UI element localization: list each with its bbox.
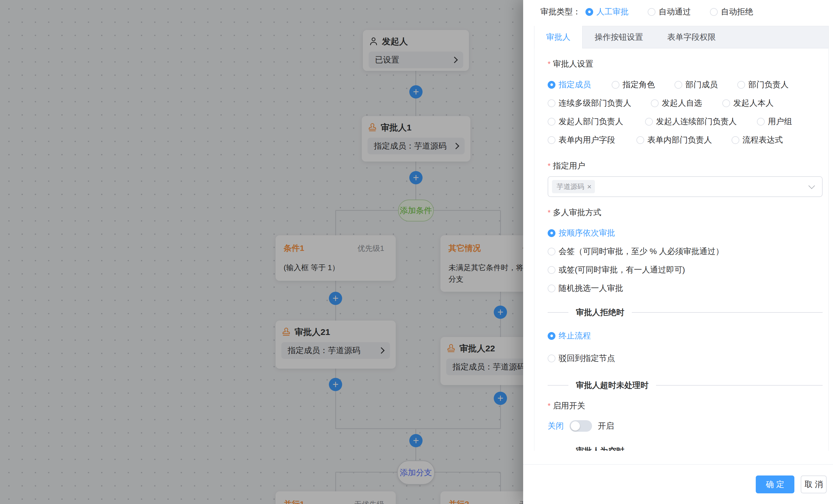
- approve-type-label: 审批类型：: [541, 6, 581, 17]
- radio-random-one[interactable]: 随机挑选一人审批: [548, 282, 823, 294]
- empty-approver-section-divider: 审批人为空时: [548, 446, 823, 451]
- radio-icon: [637, 136, 644, 144]
- radio-return-to-node[interactable]: 驳回到指定节点: [548, 353, 823, 364]
- assign-user-label: * 指定用户: [548, 161, 823, 171]
- switch-on-label: 开启: [598, 421, 614, 431]
- radio-icon: [548, 136, 555, 144]
- tab-form-field-permission[interactable]: 表单字段权限: [655, 26, 728, 48]
- reject-section-divider: 审批人拒绝时: [548, 307, 823, 318]
- switch-off-label: 关闭: [548, 421, 564, 431]
- switch-knob: [571, 421, 580, 431]
- approver-setting-row: 表单内用户字段 表单内部门负责人 流程表达式: [548, 134, 823, 146]
- approver-settings-drawer: 审批类型： 人工审批 自动通过 自动拒绝 审批人 操作按钮设置 表单字段权限 *…: [523, 0, 833, 504]
- drawer-footer: 确 定 取 消: [523, 464, 833, 504]
- radio-orsign[interactable]: 或签(可同时审批，有一人通过即可): [548, 264, 823, 276]
- radio-icon: [548, 266, 555, 274]
- user-tag-text: 芋道源码: [556, 182, 584, 191]
- approve-type-row: 审批类型： 人工审批 自动通过 自动拒绝: [541, 0, 772, 24]
- radio-icon: [757, 118, 765, 126]
- radio-icon: [586, 8, 593, 16]
- radio-icon: [548, 332, 555, 340]
- radio-auto-reject[interactable]: 自动拒绝: [710, 6, 753, 17]
- timeout-enable-switch[interactable]: [570, 420, 592, 432]
- radio-icon: [648, 8, 656, 16]
- approver-setting-label: * 审批人设置: [548, 59, 823, 69]
- cancel-button[interactable]: 取 消: [801, 476, 827, 493]
- radio-form-dept-leader[interactable]: 表单内部门负责人: [637, 134, 732, 146]
- radio-auto-approve[interactable]: 自动通过: [648, 6, 691, 17]
- radio-flow-expression[interactable]: 流程表达式: [732, 134, 823, 146]
- radio-dept-member[interactable]: 部门成员: [674, 79, 737, 90]
- radio-assign-member[interactable]: 指定成员: [548, 79, 612, 90]
- radio-icon: [722, 99, 730, 107]
- confirm-button[interactable]: 确 定: [756, 476, 794, 493]
- approver-setting-row: 指定成员 指定角色 部门成员 部门负责人: [548, 79, 823, 91]
- approver-setting-row: 发起人部门负责人 发起人连续部门负责人 用户组: [548, 116, 823, 127]
- enable-switch-label: * 启用开关: [548, 401, 823, 411]
- tab-approver[interactable]: 审批人: [534, 26, 582, 48]
- approver-setting-row: 连续多级部门负责人 发起人自选 发起人本人: [548, 97, 823, 109]
- chevron-down-icon: [809, 183, 815, 189]
- radio-starter-self[interactable]: 发起人本人: [722, 98, 823, 108]
- radio-icon: [548, 229, 555, 237]
- radio-dept-leader[interactable]: 部门负责人: [737, 79, 823, 90]
- tab-button-settings[interactable]: 操作按钮设置: [582, 26, 655, 48]
- timeout-section-divider: 审批人超时未处理时: [548, 380, 823, 390]
- radio-icon: [548, 355, 555, 362]
- radio-icon: [674, 81, 682, 89]
- tag-close-icon[interactable]: ×: [587, 183, 592, 191]
- radio-icon: [548, 284, 555, 292]
- radio-form-user-field[interactable]: 表单内用户字段: [548, 134, 637, 146]
- radio-manual-approve[interactable]: 人工审批: [586, 6, 629, 17]
- radio-multi-level-dept-leader[interactable]: 连续多级部门负责人: [548, 98, 651, 108]
- radio-icon: [548, 81, 555, 89]
- radio-user-group[interactable]: 用户组: [757, 116, 823, 127]
- tab-content-approver: * 审批人设置 指定成员 指定角色 部门成员 部门负责人: [534, 48, 829, 451]
- radio-terminate-flow[interactable]: 终止流程: [548, 330, 823, 342]
- radio-icon: [612, 81, 619, 89]
- radio-icon: [645, 118, 653, 126]
- radio-starter-select[interactable]: 发起人自选: [651, 98, 722, 108]
- radio-icon: [548, 118, 555, 126]
- timeout-switch-row: 关闭 开启: [548, 419, 823, 433]
- radio-icon: [732, 136, 739, 144]
- radio-sequential-approve[interactable]: 按顺序依次审批: [548, 227, 823, 239]
- assign-user-select[interactable]: 芋道源码 ×: [548, 176, 823, 197]
- radio-assign-role[interactable]: 指定角色: [612, 79, 674, 90]
- radio-icon: [710, 8, 718, 16]
- radio-icon: [651, 99, 659, 107]
- multi-mode-label: * 多人审批方式: [548, 207, 823, 218]
- radio-icon: [737, 81, 745, 89]
- radio-starter-dept-leader[interactable]: 发起人部门负责人: [548, 116, 645, 127]
- radio-icon: [548, 248, 555, 255]
- settings-tabs: 审批人 操作按钮设置 表单字段权限: [534, 26, 829, 48]
- radio-countersign[interactable]: 会签（可同时审批，至少 % 人必须审批通过）: [548, 246, 823, 257]
- user-tag: 芋道源码 ×: [552, 180, 595, 193]
- radio-icon: [548, 99, 555, 107]
- radio-starter-multi-dept-leader[interactable]: 发起人连续部门负责人: [645, 116, 757, 127]
